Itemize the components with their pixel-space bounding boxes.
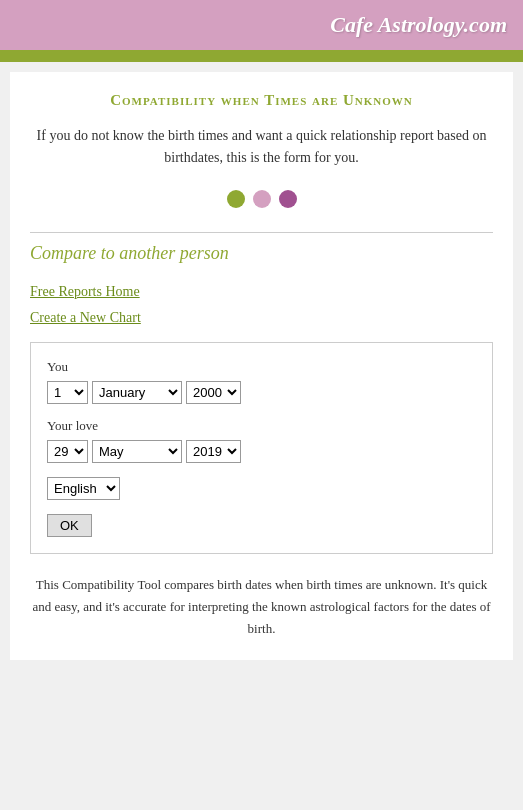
create-new-chart-link[interactable]: Create a New Chart — [30, 310, 493, 326]
links-section: Free Reports Home Create a New Chart — [30, 284, 493, 326]
free-reports-home-link[interactable]: Free Reports Home — [30, 284, 493, 300]
love-row: 12345 10152025 293031 JanuaryFebruaryMar… — [47, 440, 476, 463]
site-title: Cafe Astrology.com — [330, 12, 507, 37]
page-title: Compatibility when Times are Unknown — [30, 92, 493, 109]
love-year-select[interactable]: 2015201620172018 20192020 — [186, 440, 241, 463]
you-row: 12345 678910 1112131415 1617181920 21222… — [47, 381, 476, 404]
you-year-select[interactable]: 1990199519981999 200020012002 — [186, 381, 241, 404]
compare-title: Compare to another person — [30, 243, 493, 264]
ok-button[interactable]: OK — [47, 514, 92, 537]
you-month-select[interactable]: JanuaryFebruaryMarchApril MayJuneJulyAug… — [92, 381, 182, 404]
you-day-select[interactable]: 12345 678910 1112131415 1617181920 21222… — [47, 381, 88, 404]
dot-purple — [279, 190, 297, 208]
green-bar — [0, 50, 523, 62]
your-love-label: Your love — [47, 418, 476, 434]
dots-decoration — [30, 190, 493, 208]
dot-green — [227, 190, 245, 208]
footer-text: This Compatibility Tool compares birth d… — [30, 574, 493, 640]
page-description: If you do not know the birth times and w… — [30, 125, 493, 170]
love-month-select[interactable]: JanuaryFebruaryMarchApril MayJuneJulyAug… — [92, 440, 182, 463]
compare-section: Compare to another person — [30, 232, 493, 264]
main-content: Compatibility when Times are Unknown If … — [10, 72, 513, 660]
dot-pink — [253, 190, 271, 208]
you-label: You — [47, 359, 476, 375]
compatibility-form: You 12345 678910 1112131415 1617181920 2… — [30, 342, 493, 554]
language-select[interactable]: English Spanish French German — [47, 477, 120, 500]
language-row: English Spanish French German — [47, 477, 476, 500]
header: Cafe Astrology.com — [0, 0, 523, 50]
love-day-select[interactable]: 12345 10152025 293031 — [47, 440, 88, 463]
